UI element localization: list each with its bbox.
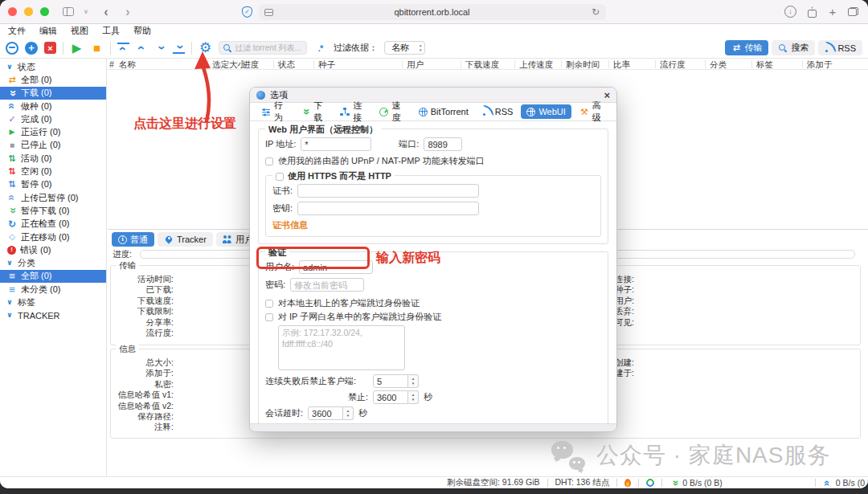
- speedometer-icon[interactable]: [645, 477, 656, 488]
- bypass-local-checkbox[interactable]: [265, 300, 273, 308]
- move-up-icon[interactable]: [136, 43, 148, 54]
- sidebar-item[interactable]: 空闲 (0): [0, 165, 106, 178]
- details-tab[interactable]: 普通: [112, 232, 154, 247]
- username-input[interactable]: [299, 260, 373, 274]
- dialog-content: Web 用户界面（远程控制） IP 地址: 端口: 使用我的路由器的 UPnP …: [250, 122, 616, 423]
- delete-torrent-icon[interactable]: [44, 42, 56, 54]
- zoom-window-button[interactable]: [40, 7, 49, 16]
- column-header[interactable]: 名称: [119, 59, 136, 71]
- flame-icon[interactable]: [624, 479, 631, 487]
- key-input[interactable]: [297, 202, 479, 215]
- share-icon[interactable]: [807, 6, 817, 18]
- sidebar-section-category[interactable]: 分类: [0, 256, 106, 269]
- minimize-window-button[interactable]: [24, 7, 33, 16]
- move-top-icon[interactable]: [117, 43, 129, 54]
- column-header[interactable]: 分类: [710, 59, 727, 71]
- section-label: 状态: [18, 61, 35, 73]
- upnp-checkbox[interactable]: [265, 157, 273, 165]
- close-window-button[interactable]: [8, 7, 17, 16]
- move-bottom-icon[interactable]: [173, 43, 185, 54]
- sidebar-item[interactable]: 未分类 (0): [0, 283, 106, 296]
- filter-searchbox[interactable]: [219, 41, 307, 55]
- column-header[interactable]: 进度: [242, 59, 259, 71]
- menu-item[interactable]: 文件: [8, 25, 26, 37]
- stepper-icon[interactable]: ▲▼: [343, 406, 354, 420]
- column-header[interactable]: 选定大小: [212, 59, 246, 71]
- column-header[interactable]: #: [109, 59, 114, 69]
- privacy-shield-icon[interactable]: [242, 6, 252, 18]
- new-tab-icon[interactable]: [828, 7, 837, 17]
- resume-icon[interactable]: [70, 41, 84, 55]
- dialog-tab[interactable]: RSS: [477, 104, 519, 119]
- column-header[interactable]: 标签: [756, 59, 773, 71]
- add-torrent-link-icon[interactable]: [6, 42, 18, 55]
- sidebar-item[interactable]: 上传已暂停 (0): [0, 191, 106, 204]
- details-tab[interactable]: Tracker: [158, 232, 213, 247]
- ip-address-input[interactable]: [301, 137, 371, 151]
- stop-icon[interactable]: [90, 41, 104, 55]
- sidebar-section-status[interactable]: 状态: [0, 60, 106, 73]
- column-header[interactable]: 种子: [318, 59, 335, 71]
- sidebar-item[interactable]: 正在移动 (0): [0, 231, 106, 243]
- column-header[interactable]: 下载速度: [465, 59, 499, 71]
- menu-item[interactable]: 视图: [71, 25, 88, 37]
- back-icon[interactable]: [101, 7, 111, 17]
- sidebar-item[interactable]: 完成 (0): [0, 112, 106, 125]
- menu-item[interactable]: 编辑: [39, 25, 57, 37]
- menu-item[interactable]: 帮助: [133, 25, 151, 37]
- column-header[interactable]: 剩余时间: [566, 59, 600, 71]
- column-header[interactable]: 上传速度: [519, 59, 553, 71]
- column-header[interactable]: 状态: [278, 59, 295, 71]
- stepper-icon[interactable]: ▲▼: [408, 390, 419, 404]
- port-input[interactable]: [424, 137, 462, 151]
- settings-gear-icon[interactable]: [199, 41, 212, 55]
- sidebar-item[interactable]: 暂停下载 (0): [0, 204, 106, 217]
- dialog-tab[interactable]: WebUI: [521, 104, 571, 119]
- sidebar-item[interactable]: 下载 (0): [0, 87, 106, 100]
- sidebar-item[interactable]: 全部 (0): [0, 270, 106, 283]
- column-header[interactable]: 流行度: [660, 59, 686, 71]
- sidebar-toggle-icon[interactable]: [63, 7, 74, 16]
- ban-duration-input[interactable]: [373, 390, 408, 404]
- https-checkbox[interactable]: [276, 173, 284, 181]
- sidebar-item[interactable]: 活动 (0): [0, 152, 106, 165]
- cert-info-link[interactable]: 证书信息: [272, 219, 308, 231]
- session-timeout-input[interactable]: [308, 406, 343, 420]
- menu-item[interactable]: 工具: [102, 25, 120, 37]
- stepper-icon[interactable]: ▲▼: [408, 374, 419, 388]
- view-tab[interactable]: 传输: [725, 40, 768, 55]
- sidebar-section-tracker[interactable]: TRACKER: [0, 309, 106, 322]
- sidebar-section-tags[interactable]: 标签: [0, 296, 106, 308]
- column-header[interactable]: 比率: [613, 59, 630, 71]
- column-header[interactable]: 添加于: [807, 59, 833, 71]
- forward-icon[interactable]: [123, 7, 133, 17]
- chevron-down-icon[interactable]: [81, 7, 91, 17]
- filter-by-select[interactable]: 名称 ▲▼: [384, 41, 425, 55]
- sidebar-item[interactable]: 全部 (0): [0, 73, 106, 86]
- certificate-input[interactable]: [297, 184, 479, 198]
- move-down-icon[interactable]: [154, 43, 166, 54]
- view-tab[interactable]: 搜索: [772, 40, 815, 55]
- add-torrent-file-icon[interactable]: [25, 42, 38, 55]
- view-tab[interactable]: RSS: [818, 40, 862, 55]
- reload-icon[interactable]: [591, 7, 600, 17]
- address-bar[interactable]: qbittorrent.orb.local: [259, 4, 606, 20]
- sidebar-item[interactable]: 错误 (0): [0, 243, 106, 256]
- column-header[interactable]: 用户: [407, 59, 424, 71]
- sidebar-item[interactable]: 已停止 (0): [0, 139, 106, 152]
- dialog-tab[interactable]: BitTorrent: [413, 104, 474, 119]
- ip-whitelist-textarea[interactable]: [278, 325, 405, 370]
- downloads-icon[interactable]: [784, 6, 796, 18]
- sidebar-item[interactable]: 做种 (0): [0, 100, 106, 112]
- tab-overview-icon[interactable]: [848, 7, 858, 16]
- bypass-whitelist-checkbox[interactable]: [265, 313, 273, 321]
- password-input[interactable]: [290, 278, 364, 292]
- section-label: 标签: [18, 296, 35, 308]
- regex-icon[interactable]: .*: [313, 41, 327, 55]
- sidebar-item[interactable]: 正运行 (0): [0, 125, 106, 138]
- filter-input[interactable]: [235, 43, 302, 52]
- column-separator: [514, 60, 515, 68]
- ban-after-input[interactable]: [373, 374, 408, 388]
- sidebar-item[interactable]: 暂停 (0): [0, 178, 106, 191]
- sidebar-item[interactable]: 正在检查 (0): [0, 218, 106, 231]
